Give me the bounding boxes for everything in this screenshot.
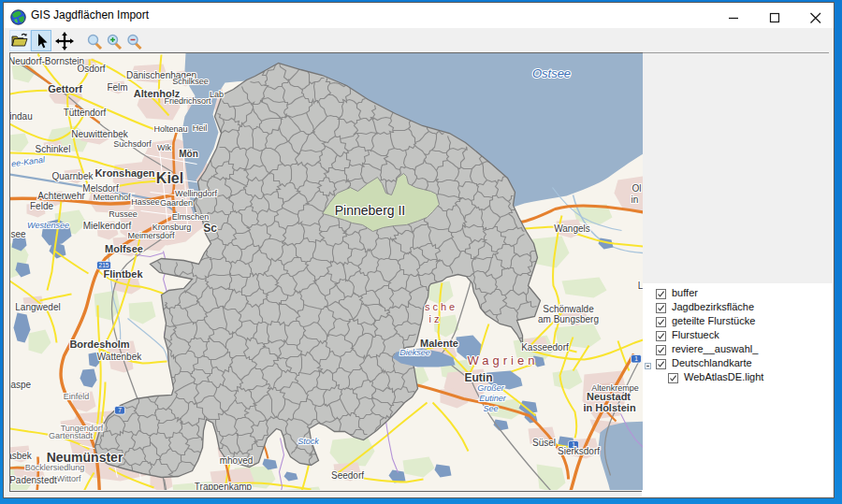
svg-text:Friedrichsort: Friedrichsort (164, 95, 211, 105)
svg-text:Gettorf: Gettorf (48, 82, 82, 94)
svg-text:in: in (631, 194, 638, 204)
svg-text:Heil: Heil (192, 122, 207, 132)
svg-text:Wattenbek: Wattenbek (96, 351, 141, 361)
svg-text:Lab: Lab (209, 89, 223, 98)
svg-text:Molfsee: Molfsee (105, 242, 143, 253)
svg-text:Gartenstadt: Gartenstadt (48, 430, 93, 439)
svg-text:Wellingdorf: Wellingdorf (175, 188, 217, 197)
svg-text:naspe: naspe (10, 379, 32, 389)
svg-text:asbek: asbek (10, 450, 33, 460)
svg-text:Kasseedorf: Kasseedorf (521, 341, 569, 352)
svg-text:Padenstedt: Padenstedt (10, 474, 57, 484)
svg-text:Langwedel: Langwedel (15, 301, 60, 311)
svg-text:Kronshagen: Kronshagen (94, 166, 154, 178)
svg-text:Dieksee: Dieksee (399, 347, 430, 356)
svg-text:Tüttendorf: Tüttendorf (63, 107, 106, 117)
svg-text:Felde: Felde (29, 200, 52, 210)
svg-text:7: 7 (118, 407, 122, 413)
svg-text:Wik: Wik (157, 142, 171, 151)
svg-text:Süsel: Süsel (531, 437, 555, 447)
svg-text:tensee: tensee (10, 228, 26, 238)
svg-text:Wagrien: Wagrien (467, 353, 538, 367)
svg-text:Quarnbek: Quarnbek (51, 170, 94, 180)
svg-text:mhoved: mhoved (219, 454, 253, 465)
svg-text:Schilksee: Schilksee (172, 76, 209, 85)
svg-text:Felm: Felm (107, 81, 127, 92)
svg-text:Stock: Stock (298, 436, 319, 445)
svg-text:Sc: Sc (203, 221, 217, 234)
svg-text:Einfeld: Einfeld (63, 391, 89, 400)
svg-text:in Holstein: in Holstein (583, 401, 636, 412)
svg-text:Russee: Russee (109, 209, 138, 218)
svg-text:Eutiner: Eutiner (479, 393, 507, 402)
svg-text:Pinneberg II: Pinneberg II (334, 202, 405, 217)
svg-text:Sierksdorf: Sierksdorf (557, 445, 599, 455)
svg-text:Meimersdorf: Meimersdorf (127, 230, 175, 239)
svg-text:Westensee: Westensee (27, 220, 69, 229)
svg-text:Schönwalde: Schönwalde (543, 303, 594, 313)
svg-text:Elmschen: Elmschen (171, 211, 209, 221)
svg-text:Mettenhof: Mettenhof (93, 192, 131, 201)
svg-text:Neustadt: Neustadt (586, 390, 630, 401)
svg-text:Großer: Großer (477, 382, 505, 392)
svg-text:Wangels: Wangels (554, 223, 590, 233)
svg-text:Neudorf-Bornstein: Neudorf-Bornstein (10, 55, 84, 65)
svg-text:Böcklersiedlung: Böcklersiedlung (24, 462, 84, 471)
svg-text:Ostsee: Ostsee (531, 65, 570, 79)
svg-text:sche: sche (424, 300, 457, 311)
svg-text:Bordesholm: Bordesholm (69, 338, 129, 349)
svg-text:See: See (483, 403, 498, 412)
svg-text:Mielkendorf: Mielkendorf (82, 220, 131, 230)
svg-text:Suchsdorf: Suchsdorf (113, 138, 152, 148)
svg-text:Wittorf: Wittorf (56, 473, 80, 482)
svg-text:Hassee: Hassee (131, 196, 160, 206)
svg-text:Seedorf: Seedorf (330, 469, 363, 480)
svg-text:Gaarden: Gaarden (159, 197, 192, 207)
svg-text:Kiel: Kiel (155, 169, 182, 185)
svg-text:1: 1 (634, 355, 638, 362)
svg-text:L: L (637, 280, 643, 290)
svg-text:Holtenau: Holtenau (153, 123, 187, 133)
svg-text:indau: indau (10, 110, 33, 121)
svg-text:Schinkel: Schinkel (35, 143, 70, 153)
svg-text:Achterwehr: Achterwehr (37, 190, 85, 200)
svg-text:Flintbek: Flintbek (103, 267, 143, 279)
svg-text:Ol: Ol (632, 182, 641, 193)
svg-text:am Bungsberg: am Bungsberg (537, 313, 598, 324)
svg-text:Mön: Mön (179, 148, 198, 158)
svg-text:Osdorf: Osdorf (77, 63, 105, 73)
svg-text:Neuwittenbek: Neuwittenbek (71, 128, 129, 138)
svg-text:Trappenkamp: Trappenkamp (194, 481, 252, 490)
svg-text:Eutin: Eutin (464, 370, 492, 383)
svg-text:iz: iz (428, 312, 442, 324)
